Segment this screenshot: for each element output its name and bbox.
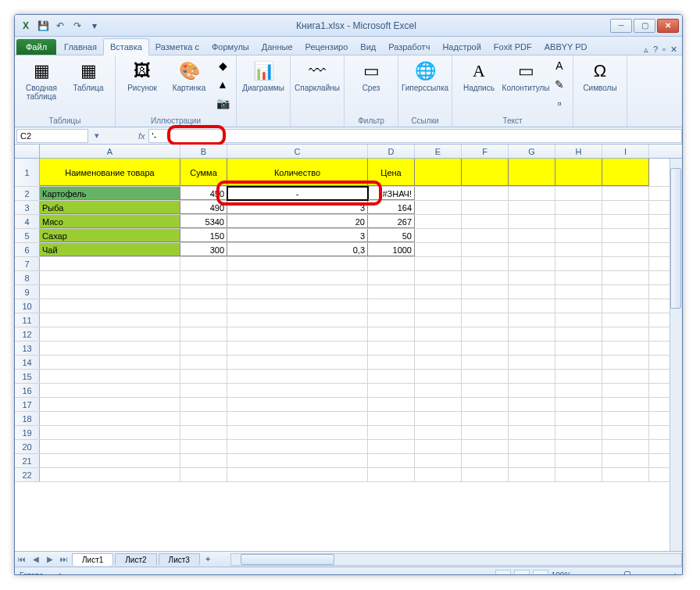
header-price[interactable]: Цена <box>368 159 415 186</box>
tab-review[interactable]: Рецензиро <box>299 39 355 55</box>
slicer-button[interactable]: ▭Срез <box>349 57 393 94</box>
tab-insert[interactable]: Вставка <box>103 38 149 55</box>
page-break-view-button[interactable] <box>533 570 548 576</box>
cell-a2[interactable]: Картофель <box>40 187 180 200</box>
redo-button[interactable]: ↷ <box>70 18 85 34</box>
cell-b3[interactable]: 490 <box>180 201 227 214</box>
close-button[interactable]: ✕ <box>657 19 679 33</box>
spreadsheet-grid[interactable]: A B C D E F G H I 1 Наименование товара … <box>15 145 682 551</box>
smartart-button[interactable]: ▲ <box>214 76 231 93</box>
row-header-5[interactable]: 5 <box>15 229 40 242</box>
minimize-button[interactable]: ─ <box>610 19 632 33</box>
cell-d6[interactable]: 1000 <box>368 243 415 256</box>
sheet-tab-3[interactable]: Лист3 <box>159 553 200 566</box>
tab-addins[interactable]: Надстрой <box>436 39 487 55</box>
tab-developer[interactable]: Разработч <box>382 39 436 55</box>
pivot-table-button[interactable]: ▦Сводная таблица <box>20 57 63 102</box>
header-footer-button[interactable]: ▭Колонтитулы <box>504 57 548 94</box>
sheet-tab-1[interactable]: Лист1 <box>72 553 113 566</box>
sheet-tab-2[interactable]: Лист2 <box>115 553 156 566</box>
header-qty[interactable]: Количество <box>227 159 368 186</box>
row-header-21[interactable]: 21 <box>15 454 40 467</box>
cell-d2[interactable]: #ЗНАЧ! <box>368 187 415 200</box>
cell-b6[interactable]: 300 <box>180 243 227 256</box>
tab-formulas[interactable]: Формулы <box>205 39 255 55</box>
symbols-button[interactable]: ΩСимволы <box>578 57 622 94</box>
row-header-9[interactable]: 9 <box>15 285 40 299</box>
col-header-b[interactable]: B <box>180 145 227 158</box>
col-header-d[interactable]: D <box>368 145 415 158</box>
zoom-out-button[interactable]: − <box>574 571 579 575</box>
object-button[interactable]: ▫ <box>551 95 568 112</box>
sheet-nav-prev[interactable]: ◀ <box>29 553 43 566</box>
row-header-12[interactable]: 12 <box>15 327 40 341</box>
ribbon-minimize-icon[interactable]: ▵ <box>644 45 648 55</box>
row-header-14[interactable]: 14 <box>15 356 40 369</box>
row-header-4[interactable]: 4 <box>15 215 40 228</box>
cell-c4[interactable]: 20 <box>227 215 368 228</box>
sheet-nav-next[interactable]: ▶ <box>43 553 57 566</box>
sheet-nav-first[interactable]: ⏮ <box>15 553 29 566</box>
col-header-a[interactable]: A <box>40 145 180 158</box>
cell-d4[interactable]: 267 <box>368 215 415 228</box>
row-header-20[interactable]: 20 <box>15 440 40 453</box>
formula-input[interactable] <box>148 129 682 143</box>
tab-home[interactable]: Главная <box>58 39 103 55</box>
row-header-18[interactable]: 18 <box>15 412 40 425</box>
vscroll-thumb[interactable] <box>670 168 681 309</box>
row-header-19[interactable]: 19 <box>15 426 40 439</box>
file-tab[interactable]: Файл <box>16 39 56 55</box>
vertical-scrollbar[interactable] <box>670 159 682 551</box>
cell-b2[interactable]: 450 <box>180 187 227 200</box>
charts-button[interactable]: 📊Диаграммы <box>241 57 285 94</box>
undo-button[interactable]: ↶ <box>52 18 68 34</box>
col-header-e[interactable]: E <box>415 145 462 158</box>
clipart-button[interactable]: 🎨Картинка <box>167 57 211 94</box>
page-layout-view-button[interactable] <box>514 570 530 576</box>
wordart-button[interactable]: A <box>551 57 568 74</box>
fx-button[interactable]: fx <box>135 131 148 141</box>
cell-a4[interactable]: Мясо <box>40 215 180 228</box>
new-sheet-button[interactable]: ✦ <box>201 553 215 566</box>
row-header-2[interactable]: 2 <box>15 187 40 200</box>
row-header-17[interactable]: 17 <box>15 398 40 411</box>
table-button[interactable]: ▦Таблица <box>66 57 110 94</box>
cell-c2[interactable]: - <box>227 187 368 200</box>
col-header-f[interactable]: F <box>462 145 509 158</box>
hyperlink-button[interactable]: 🌐Гиперссылка <box>403 57 447 94</box>
col-header-c[interactable]: C <box>227 145 368 158</box>
row-header-22[interactable]: 22 <box>15 468 40 481</box>
sheet-nav-last[interactable]: ⏭ <box>57 553 71 566</box>
row-header-7[interactable]: 7 <box>15 257 40 270</box>
horizontal-scrollbar[interactable] <box>230 553 682 566</box>
row-header-16[interactable]: 16 <box>15 384 40 397</box>
tab-view[interactable]: Вид <box>354 39 382 55</box>
qat-more-icon[interactable]: ▾ <box>87 18 102 34</box>
cell-c5[interactable]: 3 <box>227 229 368 242</box>
row-header-13[interactable]: 13 <box>15 341 40 355</box>
tab-abbyy[interactable]: ABBYY PD <box>538 39 594 55</box>
select-all-corner[interactable] <box>15 145 40 158</box>
row-header-8[interactable]: 8 <box>15 271 40 284</box>
cell-a6[interactable]: Чай <box>40 243 180 256</box>
header-sum[interactable]: Сумма <box>180 159 227 186</box>
tab-layout[interactable]: Разметка с <box>149 39 205 55</box>
sparklines-button[interactable]: 〰Спарклайны <box>295 57 339 94</box>
row-header-6[interactable]: 6 <box>15 243 40 256</box>
normal-view-button[interactable] <box>495 570 511 576</box>
col-header-i[interactable]: I <box>602 145 649 158</box>
cell-c3[interactable]: 3 <box>227 201 368 214</box>
name-box-dropdown-icon[interactable]: ▾ <box>90 129 104 143</box>
hscroll-thumb[interactable] <box>241 554 334 565</box>
tab-foxit[interactable]: Foxit PDF <box>488 39 538 55</box>
shapes-button[interactable]: ◆ <box>214 57 231 74</box>
col-header-h[interactable]: H <box>555 145 602 158</box>
row-header-11[interactable]: 11 <box>15 313 40 327</box>
maximize-button[interactable]: ▢ <box>634 19 655 33</box>
cell-b4[interactable]: 5340 <box>180 215 227 228</box>
cell-a5[interactable]: Сахар <box>40 229 180 242</box>
cell-d3[interactable]: 164 <box>368 201 415 214</box>
zoom-thumb[interactable] <box>624 571 630 576</box>
col-header-g[interactable]: G <box>509 145 555 158</box>
header-product[interactable]: Наименование товара <box>40 159 180 186</box>
